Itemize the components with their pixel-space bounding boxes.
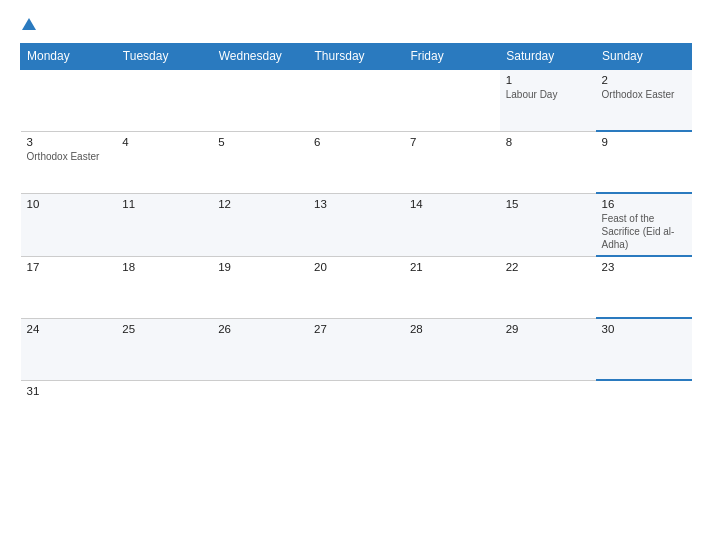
calendar-cell: 22 [500, 256, 596, 318]
weekday-header-wednesday: Wednesday [212, 44, 308, 70]
calendar-cell: 21 [404, 256, 500, 318]
logo-triangle-icon [22, 18, 36, 30]
day-number: 10 [27, 198, 111, 210]
calendar-cell: 30 [596, 318, 692, 380]
calendar-week-row: 3Orthodox Easter456789 [21, 131, 692, 193]
calendar-week-row: 10111213141516Feast of the Sacrifice (Ei… [21, 193, 692, 256]
calendar-cell [596, 380, 692, 442]
calendar-cell: 28 [404, 318, 500, 380]
day-number: 1 [506, 74, 590, 86]
calendar-cell: 20 [308, 256, 404, 318]
weekday-header-friday: Friday [404, 44, 500, 70]
calendar-cell: 29 [500, 318, 596, 380]
day-number: 24 [27, 323, 111, 335]
day-number: 2 [602, 74, 686, 86]
calendar-cell: 4 [116, 131, 212, 193]
calendar-cell: 11 [116, 193, 212, 256]
holiday-name: Orthodox Easter [27, 151, 100, 162]
weekday-header-sunday: Sunday [596, 44, 692, 70]
day-number: 27 [314, 323, 398, 335]
calendar-cell: 17 [21, 256, 117, 318]
calendar-cell [116, 69, 212, 131]
day-number: 30 [602, 323, 686, 335]
calendar-body: 1Labour Day2Orthodox Easter3Orthodox Eas… [21, 69, 692, 442]
day-number: 4 [122, 136, 206, 148]
calendar-cell: 1Labour Day [500, 69, 596, 131]
weekday-header-saturday: Saturday [500, 44, 596, 70]
day-number: 31 [27, 385, 111, 397]
day-number: 6 [314, 136, 398, 148]
calendar-cell: 2Orthodox Easter [596, 69, 692, 131]
calendar-cell: 8 [500, 131, 596, 193]
calendar-cell: 15 [500, 193, 596, 256]
day-number: 29 [506, 323, 590, 335]
weekday-header-monday: Monday [21, 44, 117, 70]
calendar-cell [404, 380, 500, 442]
calendar-cell: 10 [21, 193, 117, 256]
calendar-cell: 25 [116, 318, 212, 380]
calendar-cell: 13 [308, 193, 404, 256]
logo-blue-text [20, 18, 36, 31]
day-number: 22 [506, 261, 590, 273]
holiday-name: Labour Day [506, 89, 558, 100]
day-number: 18 [122, 261, 206, 273]
calendar-cell: 27 [308, 318, 404, 380]
calendar-table: MondayTuesdayWednesdayThursdayFridaySatu… [20, 43, 692, 442]
calendar-week-row: 31 [21, 380, 692, 442]
calendar-cell: 24 [21, 318, 117, 380]
calendar-cell: 7 [404, 131, 500, 193]
day-number: 16 [602, 198, 686, 210]
day-number: 14 [410, 198, 494, 210]
day-number: 11 [122, 198, 206, 210]
day-number: 9 [602, 136, 686, 148]
calendar-cell [21, 69, 117, 131]
calendar-cell [308, 380, 404, 442]
calendar-cell [404, 69, 500, 131]
day-number: 21 [410, 261, 494, 273]
holiday-name: Orthodox Easter [602, 89, 675, 100]
day-number: 7 [410, 136, 494, 148]
calendar-cell: 16Feast of the Sacrifice (Eid al-Adha) [596, 193, 692, 256]
calendar-cell: 3Orthodox Easter [21, 131, 117, 193]
day-number: 19 [218, 261, 302, 273]
day-number: 26 [218, 323, 302, 335]
day-number: 13 [314, 198, 398, 210]
day-number: 12 [218, 198, 302, 210]
calendar-week-row: 17181920212223 [21, 256, 692, 318]
calendar-week-row: 1Labour Day2Orthodox Easter [21, 69, 692, 131]
logo [20, 18, 36, 31]
weekday-header-tuesday: Tuesday [116, 44, 212, 70]
calendar-cell: 9 [596, 131, 692, 193]
calendar-cell [500, 380, 596, 442]
calendar-week-row: 24252627282930 [21, 318, 692, 380]
weekday-header-row: MondayTuesdayWednesdayThursdayFridaySatu… [21, 44, 692, 70]
calendar-cell: 19 [212, 256, 308, 318]
day-number: 5 [218, 136, 302, 148]
day-number: 15 [506, 198, 590, 210]
day-number: 25 [122, 323, 206, 335]
day-number: 3 [27, 136, 111, 148]
calendar-cell: 31 [21, 380, 117, 442]
day-number: 20 [314, 261, 398, 273]
weekday-header-thursday: Thursday [308, 44, 404, 70]
calendar-cell [116, 380, 212, 442]
day-number: 17 [27, 261, 111, 273]
calendar-cell: 18 [116, 256, 212, 318]
calendar-header [20, 18, 692, 31]
holiday-name: Feast of the Sacrifice (Eid al-Adha) [602, 213, 675, 250]
day-number: 23 [602, 261, 686, 273]
calendar-cell: 6 [308, 131, 404, 193]
calendar-cell [308, 69, 404, 131]
calendar-cell: 23 [596, 256, 692, 318]
calendar-cell: 26 [212, 318, 308, 380]
day-number: 28 [410, 323, 494, 335]
calendar-cell: 5 [212, 131, 308, 193]
calendar-cell [212, 380, 308, 442]
calendar-cell: 14 [404, 193, 500, 256]
day-number: 8 [506, 136, 590, 148]
calendar-page: MondayTuesdayWednesdayThursdayFridaySatu… [0, 0, 712, 550]
calendar-header-row: MondayTuesdayWednesdayThursdayFridaySatu… [21, 44, 692, 70]
calendar-cell [212, 69, 308, 131]
calendar-cell: 12 [212, 193, 308, 256]
